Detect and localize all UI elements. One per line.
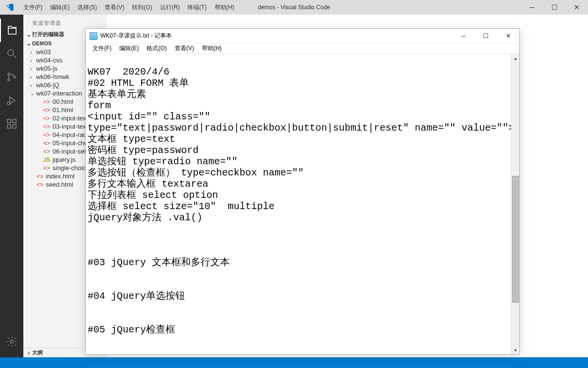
menu-help[interactable]: 帮助(H): [211, 0, 239, 15]
notepad-title: WK07-录课提示.txt - 记事本: [100, 32, 172, 40]
menu-selection[interactable]: 选择(S): [74, 0, 101, 15]
explorer-icon[interactable]: [0, 19, 23, 42]
notepad-maximize-button[interactable]: ☐: [475, 29, 497, 43]
activity-bar: [0, 15, 23, 357]
notepad-icon: [90, 32, 97, 40]
notepad-menubar: 文件(F) 编辑(E) 格式(O) 查看(V) 帮助(H): [86, 43, 519, 54]
np-menu-file[interactable]: 文件(F): [89, 44, 115, 53]
svg-rect-6: [7, 125, 11, 128]
menu-edit[interactable]: 编辑(E): [46, 0, 74, 15]
open-editors-label: 打开的编辑器: [32, 31, 64, 38]
svg-rect-8: [13, 119, 16, 123]
np-menu-help[interactable]: 帮助(H): [198, 44, 226, 53]
scroll-up-icon[interactable]: ▲: [512, 54, 519, 62]
np-menu-view[interactable]: 查看(V): [171, 44, 198, 53]
source-control-icon[interactable]: [0, 65, 23, 89]
menu-go[interactable]: 转到(G): [128, 0, 156, 15]
status-bar: [0, 357, 588, 368]
maximize-button[interactable]: ☐: [543, 0, 566, 15]
menu-view[interactable]: 查看(V): [101, 0, 128, 15]
settings-gear-icon[interactable]: [0, 330, 23, 353]
debug-icon[interactable]: [0, 89, 23, 112]
search-icon[interactable]: [0, 42, 23, 65]
svg-point-2: [8, 79, 10, 81]
menu-file[interactable]: 文件(F): [19, 0, 46, 15]
scroll-down-icon[interactable]: ▼: [512, 346, 519, 354]
extensions-icon[interactable]: [0, 112, 23, 136]
vscode-logo-icon: [0, 3, 19, 12]
notepad-minimize-button[interactable]: ─: [452, 29, 475, 43]
menu-terminal[interactable]: 终端(T): [184, 0, 210, 15]
vscode-menu: 文件(F) 编辑(E) 选择(S) 查看(V) 转到(G) 运行(R) 终端(T…: [19, 0, 238, 15]
svg-rect-5: [7, 119, 11, 123]
vscode-titlebar: 文件(F) 编辑(E) 选择(S) 查看(V) 转到(G) 运行(R) 终端(T…: [0, 0, 588, 15]
scroll-thumb[interactable]: [512, 176, 519, 303]
folder-label: wk07-interaction: [36, 90, 82, 97]
project-label: DEMOS: [32, 40, 52, 46]
menu-run[interactable]: 运行(R): [156, 0, 184, 15]
notepad-close-button[interactable]: ✕: [497, 29, 519, 43]
svg-point-9: [10, 340, 13, 343]
close-button[interactable]: ✕: [566, 0, 588, 15]
svg-rect-7: [13, 125, 16, 128]
notepad-content[interactable]: WK07 2020/4/6 #02 HTML FORM 表单 基本表单元素 fo…: [86, 54, 519, 354]
outline-label: 大纲: [32, 349, 43, 356]
window-title: demos - Visual Studio Code: [258, 4, 331, 11]
notepad-scrollbar[interactable]: ▲ ▼: [511, 54, 519, 354]
np-menu-edit[interactable]: 编辑(E): [115, 44, 143, 53]
svg-point-0: [8, 50, 14, 56]
minimize-button[interactable]: ─: [521, 0, 543, 15]
np-menu-format[interactable]: 格式(O): [143, 44, 170, 53]
svg-point-1: [8, 73, 10, 75]
notepad-titlebar[interactable]: WK07-录课提示.txt - 记事本 ─ ☐ ✕: [86, 29, 519, 43]
sidebar-title: 资源管理器: [23, 15, 106, 30]
notepad-window: WK07-录课提示.txt - 记事本 ─ ☐ ✕ 文件(F) 编辑(E) 格式…: [85, 28, 520, 355]
